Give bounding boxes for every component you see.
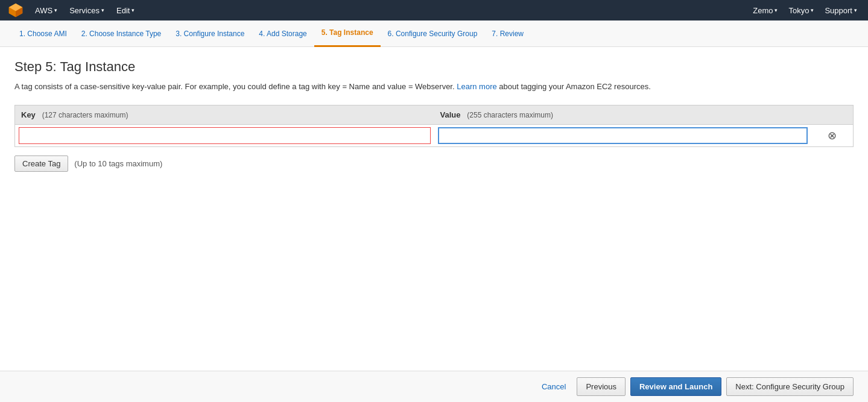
aws-logo[interactable] xyxy=(6,2,25,18)
services-nav-item[interactable]: Services ▾ xyxy=(65,0,109,20)
value-column-header: Value (255 characters maximum) xyxy=(434,105,812,124)
wizard-step-1[interactable]: 1. Choose AMI xyxy=(12,20,74,47)
edit-chevron-icon: ▾ xyxy=(131,7,135,13)
value-header-label: Value xyxy=(440,110,461,119)
user-menu[interactable]: Zemo ▾ xyxy=(748,0,782,20)
key-header-hint: (127 characters maximum) xyxy=(42,111,128,119)
key-input[interactable] xyxy=(19,127,431,144)
services-label: Services xyxy=(69,6,100,15)
value-input[interactable] xyxy=(438,127,808,144)
tag-limit-note: (Up to 10 tags maximum) xyxy=(74,159,162,168)
aws-label: AWS xyxy=(35,6,52,15)
wizard-step-7[interactable]: 7. Review xyxy=(484,20,531,47)
key-column-header: Key (127 characters maximum) xyxy=(15,105,434,124)
remove-tag-button[interactable]: ⊗ xyxy=(828,130,837,141)
edit-nav-item[interactable]: Edit ▾ xyxy=(112,0,139,20)
user-label: Zemo xyxy=(753,6,773,15)
key-cell xyxy=(15,124,434,146)
edit-label: Edit xyxy=(116,6,130,15)
support-label: Support xyxy=(825,6,852,15)
action-column-header xyxy=(811,105,854,124)
wizard-step-5[interactable]: 5. Tag Instance xyxy=(314,20,381,47)
main-content: Step 5: Tag Instance A tag consists of a… xyxy=(0,47,868,184)
description-text: A tag consists of a case-sensitive key-v… xyxy=(14,82,455,91)
value-header-hint: (255 characters maximum) xyxy=(467,111,553,119)
wizard-step-3[interactable]: 3. Configure Instance xyxy=(168,20,252,47)
region-chevron-icon: ▾ xyxy=(811,7,814,13)
wizard-step-4[interactable]: 4. Add Storage xyxy=(252,20,314,47)
support-menu[interactable]: Support ▾ xyxy=(820,0,862,20)
aws-chevron-icon: ▾ xyxy=(54,7,57,13)
description-suffix: about tagging your Amazon EC2 resources. xyxy=(499,82,650,91)
value-cell xyxy=(434,124,812,146)
user-chevron-icon: ▾ xyxy=(775,7,778,13)
wizard-step-6[interactable]: 6. Configure Security Group xyxy=(381,20,485,47)
services-chevron-icon: ▾ xyxy=(101,7,104,13)
support-chevron-icon: ▾ xyxy=(854,7,857,13)
page-description: A tag consists of a case-sensitive key-v… xyxy=(14,81,854,93)
region-label: Tokyo xyxy=(788,6,809,15)
tag-table: Key (127 characters maximum) Value (255 … xyxy=(14,105,854,147)
create-tag-row: Create Tag (Up to 10 tags maximum) xyxy=(14,155,854,172)
wizard-steps: 1. Choose AMI 2. Choose Instance Type 3.… xyxy=(0,20,868,47)
create-tag-button[interactable]: Create Tag xyxy=(14,155,68,172)
table-header-row: Key (127 characters maximum) Value (255 … xyxy=(15,105,854,124)
region-menu[interactable]: Tokyo ▾ xyxy=(784,0,819,20)
page-title: Step 5: Tag Instance xyxy=(14,59,854,75)
key-header-label: Key xyxy=(21,110,36,119)
aws-nav-item[interactable]: AWS ▾ xyxy=(30,0,62,20)
table-row: ⊗ xyxy=(15,124,854,146)
wizard-step-2[interactable]: 2. Choose Instance Type xyxy=(74,20,169,47)
action-cell: ⊗ xyxy=(811,124,854,146)
top-navigation: AWS ▾ Services ▾ Edit ▾ Zemo ▾ Tokyo ▾ S… xyxy=(0,0,868,20)
learn-more-link[interactable]: Learn more xyxy=(457,82,496,91)
